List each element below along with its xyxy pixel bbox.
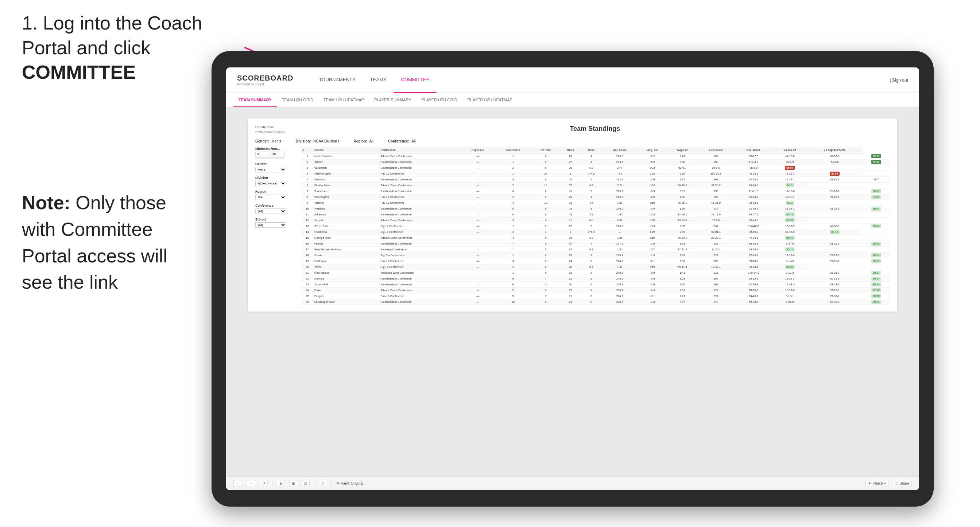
filter-group-school: School (All) [255, 217, 296, 228]
table-cell: 5 [495, 287, 531, 294]
table-cell: 23 [560, 299, 581, 305]
table-cell: 276.9 [602, 224, 638, 229]
table-cell: -5.0 [638, 159, 667, 165]
table-cell: 1.21 [667, 294, 697, 299]
table-cell: 5.1 [581, 247, 602, 252]
gender-select[interactable]: Men's [255, 167, 286, 172]
toolbar-separator-1 [272, 480, 272, 487]
table-cell: 2 [495, 183, 531, 189]
share-button[interactable]: ⬡ Share [893, 480, 912, 487]
table-cell: 9 [531, 287, 560, 294]
toolbar-back[interactable]: ← [234, 480, 242, 487]
toolbar-refresh[interactable]: ↺ [260, 480, 268, 487]
table-cell: 264 [638, 183, 667, 189]
col-no-tour: No Tour [531, 147, 560, 154]
table-row: 20TexasBig 12 Conference—38260.71.442695… [301, 264, 890, 270]
table-cell: 7 [301, 189, 313, 194]
table-cell: 80.27 [862, 259, 890, 264]
table-cell: — [461, 235, 495, 241]
toolbar-options[interactable]: ⊡ [302, 480, 310, 487]
table-cell: 267 [697, 224, 734, 229]
table-cell: — [461, 200, 495, 206]
table-cell: Southeastern Conference [380, 282, 461, 287]
table-cell: 3 [301, 165, 313, 171]
table-cell: 9 [301, 200, 313, 206]
subnav-team-h2h-grid[interactable]: TEAM H2H GRID [277, 93, 318, 107]
toolbar-grid[interactable]: ⊞ [289, 480, 297, 487]
table-cell: 1.90 [602, 212, 638, 217]
table-row: 14OklahomaBig 12 Conference—242276.9—1.8… [301, 229, 890, 235]
table-cell: 4 [301, 171, 313, 177]
table-cell: 266 [697, 276, 734, 282]
nav-teams[interactable]: TEAMS [363, 67, 394, 93]
table-cell: 23 [560, 212, 581, 217]
table-cell: Ole Miss [313, 177, 380, 183]
table-cell: 2.37 [667, 177, 697, 183]
table-cell: 18 [301, 252, 313, 259]
table-cell: 5 [495, 206, 531, 212]
table-cell: 17-33-4 [697, 264, 734, 270]
table-cell: 260 [697, 159, 734, 165]
table-cell: 9 [531, 241, 560, 247]
nav-committee[interactable]: COMMITTEE [393, 67, 437, 93]
table-cell: Atlantic Coast Conference [380, 217, 461, 224]
table-cell: 4.4 [581, 183, 602, 189]
watch-button[interactable]: 👁 Watch ▾ [865, 480, 888, 487]
toolbar-right: 👁 Watch ▾ ⬡ Share [865, 480, 912, 487]
subnav-team-h2h-heatmap[interactable]: TEAM H2H HEATMAP [318, 93, 369, 107]
table-cell: Southeastern Conference [380, 212, 461, 217]
table-cell: 4 [495, 235, 531, 241]
table-cell: 79-25-1 [773, 171, 807, 177]
table-cell: 1.85 [638, 229, 667, 235]
school-select[interactable]: (All) [255, 222, 286, 228]
note-text: Note: Only those with Committee Portal a… [22, 189, 197, 295]
table-cell: 1.86 [667, 206, 697, 212]
nav-tournaments[interactable]: TOURNAMENTS [312, 67, 363, 93]
table-cell: 80.71 [807, 229, 862, 235]
table-cell: 39-20-1 [807, 194, 862, 200]
max-rounds-field[interactable] [270, 152, 285, 156]
toolbar-add[interactable]: ⊕ [277, 480, 285, 487]
table-cell: 80.71 [862, 189, 890, 194]
sign-out-link[interactable]: | Sign out [890, 78, 908, 83]
table-cell: 27 [560, 287, 581, 294]
table-cell: 215 [697, 270, 734, 276]
table-cell: Washington [313, 194, 380, 200]
min-rounds-field[interactable] [255, 152, 269, 156]
table-cell: 80.24 [862, 252, 890, 259]
subnav-player-summary[interactable]: PLAYER SUMMARY [369, 93, 417, 107]
table-cell: 26 [301, 299, 313, 305]
table-cell: 12-14-1 [773, 177, 807, 183]
subnav-team-summary[interactable]: TEAM SUMMARY [234, 93, 277, 107]
table-cell: 1 [581, 276, 602, 282]
table-cell: Atlantic Coast Conference [380, 287, 461, 294]
tablet-device: SCOREBOARD Powered by clippd TOURNAMENTS… [212, 51, 934, 506]
table-cell: 1.41 [667, 270, 697, 276]
conference-sidebar-label: Conference [255, 204, 296, 207]
table-cell: 90-33-2 [735, 287, 773, 294]
division-select[interactable]: NCAA Division I [255, 181, 286, 186]
toolbar-forward[interactable]: → [247, 480, 255, 487]
table-cell: 2 [581, 259, 602, 264]
table-cell: 33-29-1 [807, 206, 862, 212]
table-row: 16FloridaSoutheastern Conference—7924427… [301, 241, 890, 247]
rounds-slider[interactable] [255, 157, 285, 159]
gender-value: Men's [271, 139, 281, 143]
table-cell: 40-38-2 [807, 224, 862, 229]
table-row: 17East Tennessee StateSouthern Conferenc… [301, 247, 890, 252]
table-cell: 6 [531, 212, 560, 217]
subnav-player-h2h-heatmap[interactable]: PLAYER H2H HEATMAP [463, 93, 517, 107]
table-cell: 1 [495, 224, 531, 229]
table-cell: 91-6.0 [667, 165, 697, 171]
table-cell: 276.0 [602, 206, 638, 212]
region-select[interactable]: N/A [255, 195, 286, 200]
subnav-player-h2h-grid[interactable]: PLAYER H2H GRID [417, 93, 463, 107]
col-vs-top50: Vs Top 50 Points [807, 147, 862, 154]
table-cell: -0.4 [638, 287, 667, 294]
table-cell: 4 [495, 189, 531, 194]
table-cell: 9 [531, 159, 560, 165]
table-cell: Southeastern Conference [380, 177, 461, 183]
conference-select[interactable]: (All) [255, 208, 286, 214]
table-cell: Arizona [313, 200, 380, 206]
toolbar-clock[interactable]: ◷ [319, 480, 327, 487]
